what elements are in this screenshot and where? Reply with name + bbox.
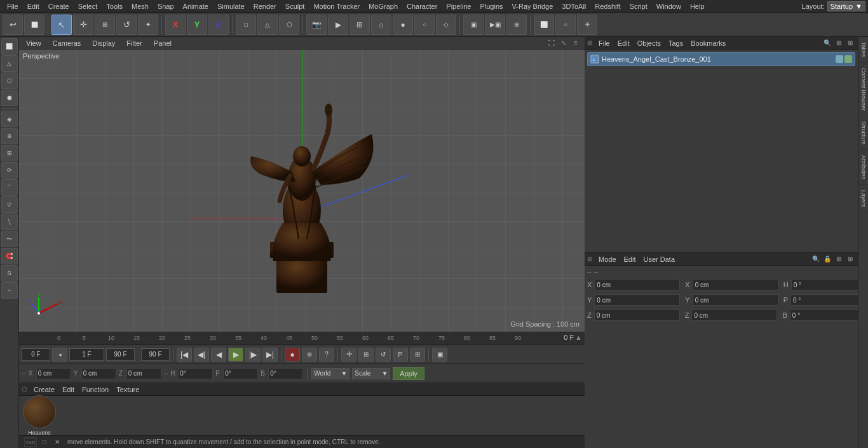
menu-redshift[interactable]: Redshift [590,1,625,11]
obj-filter-icon[interactable]: ⊞ [834,38,844,48]
scale-pb-button[interactable]: ⊞ [358,348,374,362]
wind-button[interactable]: 〜 [1,231,18,247]
goto-end-button[interactable]: ▶| [262,348,278,362]
layout-dropdown[interactable]: Startup ▼ [827,1,865,11]
z-axis-button[interactable]: Z [208,15,229,35]
scale-dropdown[interactable]: Scale ▼ [352,368,390,379]
x-coord-field[interactable] [36,368,71,379]
move-pb-button[interactable]: ✛ [341,348,356,362]
material-ball[interactable] [23,395,56,428]
status-minimize-icon[interactable]: □ [39,437,50,447]
menu-character[interactable]: Character [402,1,442,11]
render-all-button[interactable]: ⊕ [506,15,527,35]
menu-plugins[interactable]: Plugins [475,1,507,11]
cube-tool-button[interactable]: □ [236,15,256,35]
menu-3dtoall[interactable]: 3DToAll [557,1,590,11]
render-pb-button[interactable]: ▣ [432,348,447,362]
world-dropdown[interactable]: World ▼ [311,368,349,379]
viewport-filter-menu[interactable]: Filter [123,38,145,48]
obj-edit-menu[interactable]: Edit [614,38,634,48]
3d-viewport[interactable]: Perspective [19,50,585,332]
takes-tab[interactable]: Takes [858,37,868,63]
viewport-arrows-icon[interactable]: ⤡ [559,38,569,48]
undo-button[interactable]: ↩ [3,15,23,35]
y-coord-field[interactable] [81,368,116,379]
playback-step-down[interactable]: ◂ [52,348,67,362]
nurbs-button[interactable]: △ [257,15,278,35]
attr-expand-icon[interactable]: ⊞ [845,254,855,264]
layers-tab[interactable]: Layers [858,185,868,213]
texture-button[interactable]: ● [393,15,413,35]
record-button[interactable]: ● [285,348,300,362]
attributes-tab[interactable]: Attributes [858,150,868,185]
menu-window[interactable]: Window [652,1,686,11]
render-active-button[interactable]: ▶▣ [485,15,505,35]
h-coord-field[interactable] [178,368,213,379]
transform-tool-button[interactable]: ✦ [138,15,158,35]
record-active-button[interactable]: P [393,348,408,362]
object-row-heavens[interactable]: L Heavens_Angel_Cast_Bronze_001 [587,52,855,66]
attr-lock-icon[interactable]: 🔒 [822,254,832,264]
taper-button[interactable]: ▽ [1,196,18,213]
b-coord-field[interactable] [268,368,303,379]
menu-simulate[interactable]: Simulate [213,1,249,11]
status-close-icon[interactable]: ✕ [52,437,62,447]
menu-script[interactable]: Script [625,1,652,11]
menu-snap[interactable]: Snap [153,1,179,11]
mode-uv-button[interactable]: ⬢ [1,90,18,106]
goto-start-button[interactable]: |◀ [177,348,192,362]
camera-button[interactable]: 📷 [306,15,327,35]
status-cinema4d-icon[interactable]: C4D [24,437,37,447]
menu-sculpt[interactable]: Sculpt [281,1,309,11]
play-button[interactable]: ▶ [228,348,243,362]
select-tool-button[interactable]: ↖ [51,15,72,35]
snap-button[interactable]: ◈ [1,111,18,127]
mat-function-menu[interactable]: Function [78,384,112,395]
menu-animate[interactable]: Animate [179,1,213,11]
z-pos-field[interactable] [594,309,680,321]
attr-userdata-menu[interactable]: User Data [640,254,679,264]
obj-objects-menu[interactable]: Objects [634,38,665,48]
obj-tags-menu[interactable]: Tags [665,38,687,48]
viewport-panel-menu[interactable]: Panel [151,38,175,48]
h-rot-field[interactable] [791,279,868,290]
attr-edit-menu[interactable]: Edit [620,254,640,264]
obj-file-menu[interactable]: File [595,38,614,48]
light-button[interactable]: ▶ [328,15,348,35]
mode-poly-button[interactable]: ⬡ [1,72,18,89]
sky-button[interactable]: ○ [555,15,576,35]
auto-key-button[interactable]: ⊕ [302,348,317,362]
end-frame-field2[interactable] [141,348,170,361]
structure-tab[interactable]: Structure [858,116,868,151]
apply-button[interactable]: Apply [393,367,424,380]
scale-tool-button[interactable]: ⊞ [95,15,115,35]
y-pos-field[interactable] [594,294,680,306]
menu-render[interactable]: Render [249,1,281,11]
p-rot-field[interactable] [790,294,868,306]
mode-edge-button[interactable]: △ [1,55,18,72]
deformer-button[interactable]: ○ [414,15,435,35]
obj-render-dot[interactable] [844,55,852,63]
object-button[interactable]: ⬡ [279,15,299,35]
scene-button[interactable]: ⊞ [349,15,370,35]
twist-button[interactable]: ⟳ [1,162,18,179]
bend-button[interactable]: ⌒ [1,179,18,196]
move-tool-button[interactable]: ✛ [73,15,93,35]
x-axis-button[interactable]: X [165,15,186,35]
menu-edit[interactable]: Edit [23,1,44,11]
menu-help[interactable]: Help [686,1,709,11]
menu-create[interactable]: Create [44,1,74,11]
obj-search-icon[interactable]: 🔍 [822,38,832,48]
end-frame-field[interactable] [106,348,135,361]
start-frame-field[interactable] [22,348,50,361]
menu-tools[interactable]: Tools [102,1,127,11]
mode-object-button[interactable]: ⬜ [1,38,18,55]
z-rot-field[interactable] [691,309,777,321]
viewport-view-menu[interactable]: View [23,38,44,48]
sculpt-button[interactable]: S [1,265,18,282]
obj-bookmarks-menu[interactable]: Bookmarks [687,38,729,48]
viewport-maximize-icon[interactable]: ⛶ [546,38,557,48]
x-pos-field[interactable] [594,279,680,290]
menu-select[interactable]: Select [74,1,102,11]
z-coord-field[interactable] [126,368,161,379]
